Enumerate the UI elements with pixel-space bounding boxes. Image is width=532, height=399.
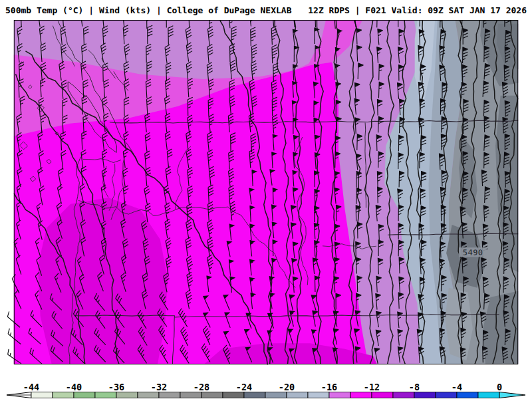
colorbar-segment [244, 392, 265, 398]
map-canvas: 5490 [0, 20, 532, 383]
colorbar-canvas: -44-40-36-32-28-24-20-16-12-8-40 [0, 383, 532, 399]
colorbar-tick-label: -28 [194, 383, 209, 392]
colorbar-tick-label: -4 [452, 383, 462, 392]
header-bar: 500mb Temp (°C) | Wind (kts) | College o… [0, 0, 532, 20]
colorbar-tick-label: -40 [66, 383, 82, 392]
colorbar-segment [350, 392, 372, 398]
colorbar-segment [393, 392, 414, 398]
colorbar-segment [478, 392, 499, 398]
colorbar-tick-label: -44 [23, 383, 39, 392]
colorbar-segment [436, 392, 457, 398]
right-overflow-arrow-icon [499, 392, 525, 398]
validity-info: 12Z RDPS | F021 Valid: 09Z SAT JAN 17 20… [308, 5, 527, 15]
colorbar-segment [159, 392, 180, 398]
product-title: 500mb Temp (°C) | Wind (kts) | College o… [5, 5, 291, 15]
colorbar-tick-label: -8 [409, 383, 420, 392]
colorbar-segment [287, 392, 308, 398]
weather-map: 5490 [0, 20, 532, 383]
colorbar-tick-label: -16 [321, 383, 337, 392]
colorbar-tick-label: -36 [108, 383, 124, 392]
colorbar-segment [308, 392, 329, 398]
colorbar: -44-40-36-32-28-24-20-16-12-8-40 [0, 383, 532, 399]
colorbar-tick-label: -12 [364, 383, 380, 392]
colorbar-segment [31, 392, 53, 398]
contour-label-5490: 5490 [463, 247, 483, 257]
colorbar-segment [53, 392, 74, 398]
colorbar-segment [201, 392, 223, 398]
colorbar-tick-label: -20 [279, 383, 295, 392]
colorbar-segment [95, 392, 116, 398]
colorbar-tick-label: -32 [151, 383, 167, 392]
colorbar-segment [180, 392, 201, 398]
colorbar-tick-label: 0 [497, 383, 502, 392]
colorbar-segment [372, 392, 393, 398]
colorbar-segment [74, 392, 95, 398]
colorbar-segment [265, 392, 287, 398]
colorbar-segment [138, 392, 159, 398]
colorbar-segment [414, 392, 436, 398]
colorbar-tick-label: -24 [236, 383, 252, 392]
colorbar-segment [223, 392, 244, 398]
colorbar-segment [329, 392, 350, 398]
colorbar-segment [457, 392, 478, 398]
colorbar-segment [116, 392, 138, 398]
